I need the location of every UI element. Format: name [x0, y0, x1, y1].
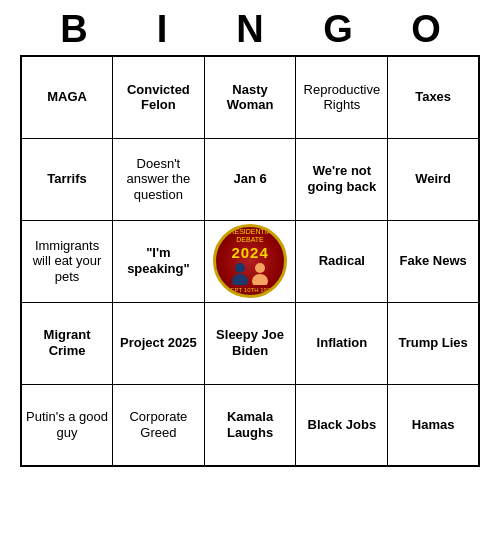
cell-r3-c3: Inflation	[296, 302, 388, 384]
letter-o: O	[382, 8, 470, 51]
cell-r0-c2: Nasty Woman	[204, 56, 296, 138]
cell-r4-c0: Putin's a good guy	[21, 384, 113, 466]
silhouette-left	[231, 263, 249, 285]
cell-r3-c2: Sleepy Joe Biden	[204, 302, 296, 384]
svg-point-1	[232, 274, 248, 285]
letter-n: N	[206, 8, 294, 51]
bingo-grid: MAGAConvicted FelonNasty WomanReproducti…	[20, 55, 480, 467]
badge-date: SEPT 10TH 1970	[227, 287, 274, 294]
letter-i: I	[118, 8, 206, 51]
svg-point-2	[255, 263, 265, 273]
letter-g: G	[294, 8, 382, 51]
cell-r1-c2: Jan 6	[204, 138, 296, 220]
cell-r2-c2: PRESIDENTIALDEBATE 2024 SEPT 10TH 1970	[204, 220, 296, 302]
svg-point-3	[252, 274, 268, 285]
debate-badge: PRESIDENTIALDEBATE 2024 SEPT 10TH 1970	[213, 224, 287, 298]
cell-r1-c0: Tarrifs	[21, 138, 113, 220]
cell-r2-c3: Radical	[296, 220, 388, 302]
svg-point-0	[235, 263, 245, 273]
cell-r4-c3: Black Jobs	[296, 384, 388, 466]
cell-r0-c3: Reproductive Rights	[296, 56, 388, 138]
badge-year: 2024	[231, 244, 268, 262]
cell-r4-c2: Kamala Laughs	[204, 384, 296, 466]
cell-r2-c1: "I'm speaking"	[113, 220, 205, 302]
cell-r3-c1: Project 2025	[113, 302, 205, 384]
letter-b: B	[30, 8, 118, 51]
cell-r0-c4: Taxes	[388, 56, 479, 138]
cell-r0-c0: MAGA	[21, 56, 113, 138]
badge-top-text: PRESIDENTIALDEBATE	[225, 228, 276, 243]
bingo-header: B I N G O	[0, 0, 500, 55]
silhouette-right	[251, 263, 269, 285]
cell-r3-c4: Trump Lies	[388, 302, 479, 384]
cell-r0-c1: Convicted Felon	[113, 56, 205, 138]
cell-r1-c4: Weird	[388, 138, 479, 220]
cell-r2-c4: Fake News	[388, 220, 479, 302]
cell-r4-c4: Hamas	[388, 384, 479, 466]
cell-r4-c1: Corporate Greed	[113, 384, 205, 466]
cell-r1-c1: Doesn't answer the question	[113, 138, 205, 220]
cell-r2-c0: Immigrants will eat your pets	[21, 220, 113, 302]
cell-r1-c3: We're not going back	[296, 138, 388, 220]
cell-r3-c0: Migrant Crime	[21, 302, 113, 384]
silhouettes	[231, 263, 269, 285]
